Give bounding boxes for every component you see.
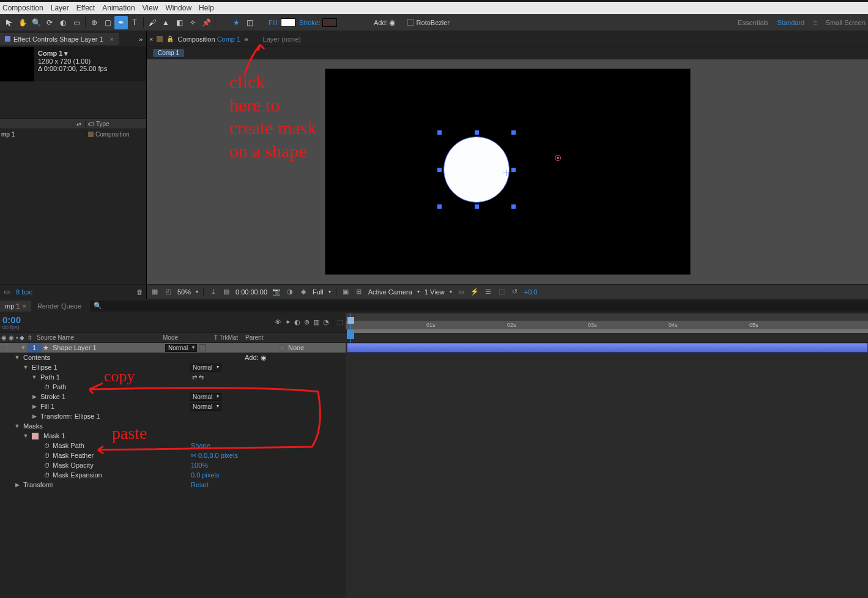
stopwatch-icon[interactable]: ⏱ [44, 452, 50, 459]
bbox-handle[interactable] [511, 130, 516, 135]
draft3d-icon[interactable]: ⬚ [337, 318, 343, 328]
motionblur-icon[interactable]: ⊚ [304, 318, 310, 328]
tool-puppet[interactable]: 📌 [199, 16, 213, 29]
mask1-row[interactable]: ▼ Mask 1 [0, 431, 346, 441]
stopwatch-icon[interactable]: ⏱ [44, 443, 50, 449]
viewer-timecode[interactable]: 0:00:00:00 [236, 288, 267, 296]
mask-opacity-value[interactable]: 100% [191, 462, 208, 469]
transform-reset[interactable]: Reset [191, 481, 209, 488]
zoom-dropdown[interactable]: 50% [177, 288, 191, 296]
tool-roto[interactable]: ✧ [186, 16, 199, 29]
parent-dropdown[interactable]: None [288, 344, 346, 351]
stopwatch-icon[interactable]: ⏱ [44, 384, 50, 391]
pixel-aspect-icon[interactable]: ▭ [457, 288, 466, 296]
workspace-essentials[interactable]: Essentials [738, 19, 768, 26]
tool-camera[interactable]: ▭ [70, 16, 83, 29]
layer-duration-bar[interactable] [347, 343, 868, 353]
col-type-header[interactable]: 🏷Type [85, 121, 146, 127]
menu-animation[interactable]: Animation [102, 4, 135, 12]
tool-pen[interactable]: ✒ [114, 16, 128, 29]
effect-controls-tab[interactable]: Effect Controls Shape Layer 1 × [0, 33, 119, 45]
resolution-dropdown[interactable]: Full [313, 288, 324, 296]
brainstorm-icon[interactable]: ◔ [323, 318, 329, 328]
snapshot-icon[interactable]: 📷 [272, 288, 281, 296]
toggle-alpha-icon[interactable]: ▦ [150, 288, 159, 296]
grid-guides-icon[interactable]: ⊞ [355, 288, 363, 296]
menu-effect[interactable]: Effect [76, 4, 95, 12]
ellipse-mode-dropdown[interactable]: Normal [190, 364, 221, 372]
visibility-toggle[interactable] [1, 344, 8, 351]
transform-ellipse-group[interactable]: ▶ Transform: Ellipse 1 [0, 411, 346, 421]
project-row[interactable]: mp 1 Composition [0, 129, 146, 140]
menu-help[interactable]: Help [199, 4, 214, 12]
interpret-icon[interactable]: ▭ [2, 288, 11, 296]
bbox-handle[interactable] [437, 130, 442, 135]
stroke1-group[interactable]: ▶ Stroke 1 Normal [0, 392, 346, 402]
frameblend-icon[interactable]: ◐ [294, 318, 300, 328]
bbox-handle[interactable] [437, 168, 442, 172]
trkmat-column-header[interactable]: T TrkMat [209, 334, 243, 341]
layer-tab[interactable]: Layer (none) [263, 36, 301, 43]
timeline-track-area[interactable] [346, 343, 868, 598]
tool-mask-icon[interactable]: ◫ [243, 16, 256, 29]
twirl-icon[interactable]: ▼ [20, 345, 27, 351]
menu-lines-icon[interactable]: ≡ [813, 19, 817, 26]
stroke-label[interactable]: Stroke: [299, 19, 321, 26]
fill-label[interactable]: Fill: [269, 19, 279, 26]
shy-icon[interactable]: 👁 [275, 318, 281, 328]
composition-canvas[interactable] [325, 69, 690, 274]
current-timecode[interactable]: 0:00 [2, 315, 21, 324]
stroke-mode-dropdown[interactable]: Normal [190, 393, 221, 401]
roi-icon[interactable]: ▣ [341, 288, 350, 296]
tool-brush[interactable]: 🖌 [146, 16, 159, 29]
grid-icon[interactable]: ▤ [222, 288, 231, 296]
tool-text[interactable]: T [128, 16, 141, 29]
fill-swatch[interactable] [281, 18, 295, 27]
toggle-transparency-icon[interactable]: ◰ [164, 288, 172, 296]
add-label[interactable]: Add: [374, 19, 388, 26]
bbox-handle[interactable] [437, 204, 442, 209]
mask-expansion-prop[interactable]: ⏱ Mask Expansion 0.0 pixels [0, 470, 346, 480]
menu-layer[interactable]: Layer [51, 4, 69, 12]
menu-composition[interactable]: Composition [2, 4, 43, 12]
bbox-handle[interactable] [511, 204, 516, 209]
layer-row[interactable]: ▼ 1 ★ Shape Layer 1 Normal None [0, 343, 346, 353]
stroke-swatch[interactable] [322, 18, 337, 27]
timeline-tab-renderqueue[interactable]: Render Queue [31, 301, 87, 312]
composition-tab[interactable]: Composition Comp 1 [177, 36, 240, 43]
fx-icon[interactable]: ✦ [285, 318, 291, 328]
fill1-group[interactable]: ▶ Fill 1 Normal [0, 402, 346, 411]
path-prop[interactable]: ⏱ Path [0, 382, 346, 392]
panel-overflow-icon[interactable]: » [135, 36, 146, 43]
add-contents-button[interactable]: Add: ◉ [245, 354, 267, 362]
ellipse-shape[interactable] [443, 136, 510, 203]
bbox-handle[interactable] [511, 168, 516, 172]
masks-group[interactable]: ▼ Masks [0, 421, 346, 431]
channel-icon[interactable]: ◆ [299, 288, 308, 296]
transform-group[interactable]: ▶ Transform Reset [0, 480, 346, 490]
crumb-comp[interactable]: Comp 1 [153, 49, 184, 57]
workspace-standard[interactable]: Standard [777, 19, 805, 26]
res-down-icon[interactable]: ⤓ [209, 288, 217, 296]
anchor-point-icon[interactable] [503, 170, 509, 176]
tool-stamp[interactable]: ▲ [159, 16, 172, 29]
comp-name[interactable]: Comp 1 ▾ [38, 50, 107, 58]
menu-view[interactable]: View [143, 4, 158, 12]
ellipse-group[interactable]: ▼ Ellipse 1 Normal [0, 362, 346, 372]
trash-icon[interactable]: 🗑 [135, 288, 144, 296]
layer-name[interactable]: Shape Layer 1 [50, 344, 165, 351]
time-ruler[interactable]: 01s 02s 03s 04s 05s [346, 313, 868, 332]
bbox-handle[interactable] [475, 130, 479, 135]
mode-column-header[interactable]: Mode [160, 334, 209, 341]
timeline-layer-list[interactable]: ▼ 1 ★ Shape Layer 1 Normal None ▼ Conten… [0, 343, 346, 598]
tool-anchor[interactable]: ⊕ [87, 16, 101, 29]
flowchart-icon[interactable]: ⬚ [497, 288, 506, 296]
fill-mode-dropdown[interactable]: Normal [190, 403, 221, 411]
bpc-button[interactable]: 8 bpc [16, 288, 32, 296]
exposure-value[interactable]: +0.0 [524, 288, 538, 296]
mask-feather-prop[interactable]: ⏱ Mask Feather ⚯ 0.0,0.0 pixels [0, 450, 346, 460]
cti-handle[interactable] [347, 330, 354, 339]
mask-path-prop[interactable]: ⏱ Mask Path Shape... [0, 441, 346, 450]
mask-opacity-prop[interactable]: ⏱ Mask Opacity 100% [0, 460, 346, 470]
tool-star-icon[interactable]: ★ [229, 16, 243, 29]
